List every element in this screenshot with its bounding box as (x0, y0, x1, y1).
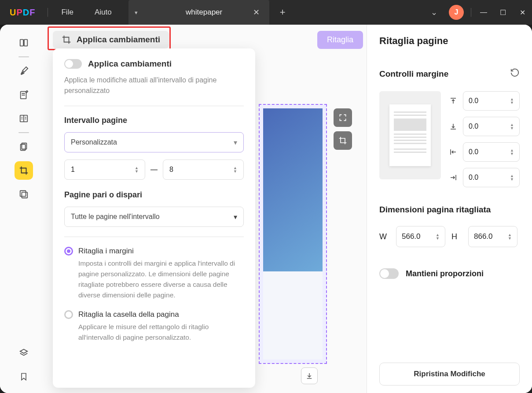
main-area: Applica cambiamenti Ritaglia Applica cam… (0, 25, 532, 393)
sidebar-edit-icon[interactable] (15, 85, 33, 104)
odd-even-select[interactable]: Tutte le pagine nell'intervallo ▾ (64, 207, 244, 227)
svg-rect-1 (24, 40, 27, 46)
app-logo: UPDF (0, 7, 45, 18)
titlebar: UPDF File Aiuto ▾ whitepaper ✕ + ⌄ J — ☐… (0, 0, 532, 25)
margin-right-input[interactable]: 0.0▲▼ (463, 168, 520, 187)
spinner-icon[interactable]: ▲▼ (233, 166, 237, 173)
sidebar-layout-icon[interactable] (15, 109, 33, 128)
sidebar-highlight-icon[interactable] (15, 62, 33, 80)
keep-aspect-toggle[interactable] (379, 268, 399, 279)
user-avatar[interactable]: J (449, 5, 464, 20)
popover-description: Applica le modifiche attuali all'interva… (64, 75, 244, 96)
window-maximize[interactable]: ☐ (493, 8, 513, 17)
page-thumbnail (379, 91, 441, 179)
svg-rect-14 (22, 192, 27, 198)
right-panel: Ritaglia pagine Controlli margine 0.0▲▼ (367, 25, 532, 393)
apply-changes-button[interactable]: Applica cambiamenti (53, 31, 169, 48)
menu-help[interactable]: Aiuto (84, 8, 122, 17)
interval-label: Intervallo pagine (64, 116, 244, 125)
interval-select[interactable]: Personalizzata ▾ (64, 132, 244, 152)
sidebar-bookmark-icon[interactable] (15, 367, 33, 386)
apply-changes-label: Applica cambiamenti (77, 35, 160, 44)
margin-top-icon (448, 97, 459, 105)
height-label: H (451, 232, 462, 241)
menu-file[interactable]: File (51, 8, 84, 17)
download-icon (305, 372, 313, 380)
page-preview[interactable] (259, 104, 327, 364)
crop-tool-icon[interactable] (334, 131, 352, 150)
cropped-dimensions-label: Dimensioni pagina ritagliata (379, 205, 520, 215)
svg-rect-13 (20, 191, 26, 196)
sidebar-reader-icon[interactable] (15, 33, 33, 52)
margin-left-icon (448, 148, 459, 156)
height-input[interactable]: 866.0▲▼ (468, 226, 517, 247)
dropdown-icon: ▾ (234, 213, 237, 221)
sidebar-layers-icon[interactable] (15, 344, 33, 362)
margin-bottom-input[interactable]: 0.0▲▼ (463, 117, 520, 136)
sidebar-watermark-icon[interactable] (15, 185, 33, 204)
document-area: Applica cambiamenti Ritaglia Applica cam… (48, 25, 367, 393)
width-label: W (379, 232, 390, 241)
radio-crop-box-desc: Applicare le misure del rettangolo di ri… (78, 322, 244, 343)
panel-title: Ritaglia pagine (379, 35, 520, 47)
tab-close-icon[interactable]: ✕ (249, 7, 263, 17)
margin-top-input[interactable]: 0.0▲▼ (463, 91, 520, 111)
margin-controls-label: Controlli margine (379, 69, 448, 79)
document-tab[interactable]: ▾ whitepaper ✕ (128, 0, 269, 25)
radio-crop-box-label: Ritaglia la casella della pagina (78, 310, 179, 319)
window-minimize[interactable]: — (474, 8, 493, 16)
keep-aspect-label: Mantieni proporzioni (406, 269, 484, 278)
left-sidebar (0, 25, 48, 393)
margin-bottom-icon (448, 122, 459, 130)
margin-right-icon (448, 174, 459, 182)
popover-title: Applica cambiamenti (88, 59, 172, 69)
download-button[interactable] (301, 367, 318, 384)
new-tab-button[interactable]: + (269, 7, 296, 18)
width-input[interactable]: 566.0▲▼ (396, 226, 445, 247)
sidebar-crop-icon[interactable] (15, 161, 33, 180)
apply-changes-popover: Applica cambiamenti Applica le modifiche… (53, 48, 255, 388)
odd-even-label: Pagine pari o dispari (64, 190, 244, 200)
dropdown-icon: ▾ (234, 138, 237, 147)
range-from-input[interactable]: 1 ▲▼ (64, 159, 145, 180)
restore-button[interactable]: Ripristina Modifiche (379, 363, 520, 386)
spinner-icon[interactable]: ▲▼ (135, 166, 139, 173)
radio-crop-margins-desc: Imposta i controlli dei margini e applic… (78, 258, 244, 300)
window-close[interactable]: ✕ (513, 8, 532, 17)
tab-dropdown-icon[interactable]: ▾ (135, 9, 138, 16)
range-to-input[interactable]: 8 ▲▼ (163, 159, 244, 180)
app-menu-dropdown[interactable]: ⌄ (424, 7, 444, 17)
svg-rect-0 (20, 40, 23, 46)
apply-toggle[interactable] (64, 59, 82, 69)
crop-button[interactable]: Ritaglia (317, 31, 363, 49)
reset-margins-icon[interactable] (510, 68, 520, 80)
tab-title: whitepaper (159, 8, 249, 17)
margin-left-input[interactable]: 0.0▲▼ (463, 142, 520, 162)
fit-page-icon[interactable] (334, 108, 352, 127)
radio-crop-box[interactable] (64, 310, 73, 319)
crop-apply-icon (62, 35, 71, 44)
radio-crop-margins[interactable] (64, 247, 73, 256)
radio-crop-margins-label: Ritaglia i margini (78, 247, 134, 256)
sidebar-pages-icon[interactable] (15, 137, 33, 156)
